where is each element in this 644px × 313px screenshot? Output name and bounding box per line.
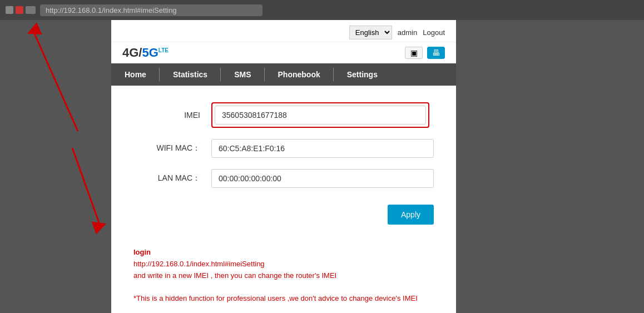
browser-icon-1 bbox=[6, 6, 13, 14]
logo: 4G/5GLTE bbox=[122, 46, 169, 60]
browser-icon-2 bbox=[16, 6, 23, 14]
wifi-mac-label: WIFI MAC： bbox=[133, 143, 200, 153]
imei-input[interactable] bbox=[215, 106, 426, 125]
nav-home[interactable]: Home bbox=[111, 63, 160, 86]
wifi-mac-row: WIFI MAC： bbox=[133, 139, 434, 158]
browser-url: http://192.168.0.1/index.html#imeiSettin… bbox=[40, 4, 262, 16]
nav-statistics[interactable]: Statistics bbox=[160, 63, 221, 86]
svg-line-3 bbox=[72, 148, 100, 226]
monitor-icon[interactable]: ▣ bbox=[405, 47, 423, 59]
content-area: IMEI WIFI MAC： LAN MAC： Apply bbox=[111, 86, 456, 241]
browser-icon-3 bbox=[26, 6, 36, 14]
display-icon[interactable]: 🖶 bbox=[427, 47, 445, 59]
arrow-imei bbox=[0, 76, 111, 270]
lan-mac-label: LAN MAC： bbox=[133, 173, 200, 183]
admin-label: admin bbox=[398, 28, 417, 37]
imei-row: IMEI bbox=[133, 102, 434, 128]
view-icons: ▣ 🖶 bbox=[405, 47, 445, 59]
imei-label: IMEI bbox=[133, 111, 200, 120]
main-container: English admin Logout 4G/5GLTE ▣ 🖶 Home S… bbox=[111, 20, 456, 313]
wifi-mac-input[interactable] bbox=[211, 139, 434, 158]
annotation-line1: login bbox=[133, 247, 434, 259]
logout-button[interactable]: Logout bbox=[423, 28, 445, 37]
annotation-block: login http://192.168.0.1/index.html#imei… bbox=[133, 247, 434, 305]
nav-settings[interactable]: Settings bbox=[334, 63, 391, 86]
annotation-line2: http://192.168.0.1/index.html#imeiSettin… bbox=[133, 259, 434, 270]
nav-sms[interactable]: SMS bbox=[221, 63, 264, 86]
annotation-line3: and write in a new IMEI , then you can c… bbox=[133, 270, 434, 282]
nav-phonebook[interactable]: Phonebook bbox=[265, 63, 334, 86]
apply-button[interactable]: Apply bbox=[388, 205, 434, 225]
left-panel bbox=[0, 20, 111, 313]
lan-mac-input[interactable] bbox=[211, 169, 434, 188]
lan-mac-row: LAN MAC： bbox=[133, 169, 434, 188]
main-nav: Home Statistics SMS Phonebook Settings bbox=[111, 63, 456, 86]
language-select[interactable]: English bbox=[349, 26, 392, 39]
browser-bar: http://192.168.0.1/index.html#imeiSettin… bbox=[0, 0, 644, 20]
header-right: English admin Logout bbox=[349, 26, 445, 39]
annotation-area: login http://192.168.0.1/index.html#imei… bbox=[111, 241, 456, 313]
browser-bar-icons bbox=[6, 6, 36, 14]
annotation-note: *This is a hidden function for professio… bbox=[133, 293, 434, 305]
